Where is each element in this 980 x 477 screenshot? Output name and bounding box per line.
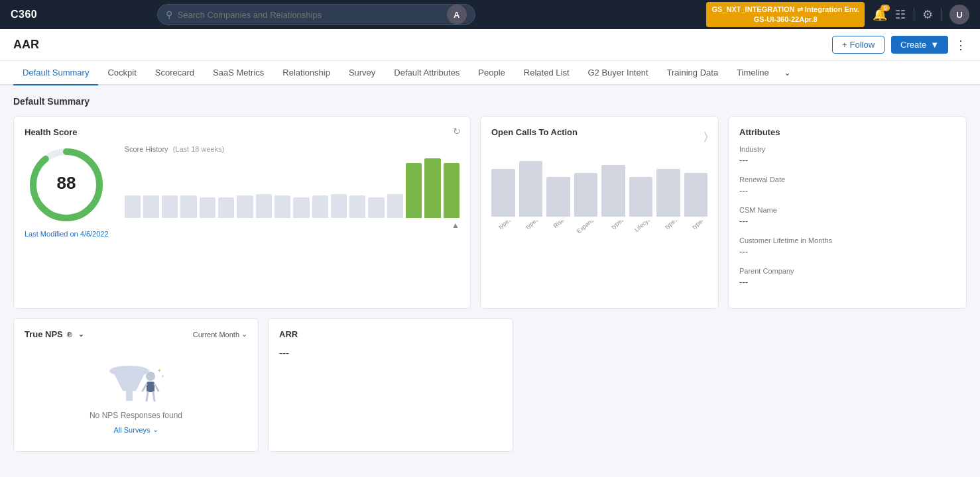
bar-3 [162,195,178,218]
env-top-label: GS_NXT_INTEGRATION ⇌ Integration Env. [711,5,859,15]
svg-text:✦: ✦ [157,368,162,374]
svg-rect-5 [126,391,133,401]
plus-icon: + [842,40,847,50]
main-grid: Health Score ↻ 88 Last Modified on 4/6/2… [13,116,967,309]
attr-value-parent: --- [739,277,955,287]
settings-icon[interactable]: ⚙ [922,7,933,22]
tabs-more-button[interactable]: ⌄ [778,61,796,84]
notification-badge: 9 [881,5,890,11]
svg-point-6 [146,372,155,381]
svg-text:✦: ✦ [161,374,164,378]
tab-timeline[interactable]: Timeline [727,61,778,85]
nps-empty-text: No NPS Responses found [90,411,182,420]
page-title: AAR [13,38,39,52]
svg-rect-7 [147,382,154,392]
bar-9 [275,195,290,218]
bar-14 [368,197,384,219]
search-bar[interactable]: ⚲ A [157,4,475,25]
nps-header: True NPS® ⌄ Current Month ⌄ [25,329,247,339]
tabs-bar: Default Summary Cockpit Scorecard SaaS M… [0,61,980,85]
calls-nav-right[interactable]: 〉 [704,131,707,142]
bar-16 [406,163,422,218]
page-content: Default Summary Health Score ↻ 88 Last M… [0,85,980,470]
header-actions: + Follow Create ▼ ⋮ [832,36,967,54]
tab-cockpit[interactable]: Cockpit [98,61,145,85]
bar-17 [424,158,440,218]
nav-icons: 🔔 9 ☷ ⚙ U [873,5,969,25]
app-logo: C360 [11,9,37,21]
nps-illustration: ✦ ✦ [103,358,169,411]
chart-triangle: ▲ [452,221,459,230]
env-badge: GS_NXT_INTEGRATION ⇌ Integration Env. GS… [706,2,865,28]
nps-chevron[interactable]: ⌄ [78,331,84,338]
search-input[interactable] [178,10,442,20]
bottom-grid: True NPS® ⌄ Current Month ⌄ [13,318,967,452]
tab-saas-metrics[interactable]: SaaS Metrics [204,61,273,85]
calls-bar-6 [629,177,653,217]
open-calls-title: Open Calls To Action [491,127,578,137]
tab-g2-buyer-intent[interactable]: G2 Buyer Intent [579,61,658,85]
attr-label-industry: Industry [739,145,955,153]
notifications-icon[interactable]: 🔔 9 [873,7,887,22]
attr-value-lifetime: --- [739,246,955,256]
bar-10 [293,197,309,219]
calls-bar-8 [684,173,708,217]
follow-button[interactable]: + Follow [832,36,885,54]
attr-value-renewal: --- [739,186,955,195]
svg-line-8 [143,384,147,391]
bar-18 [444,163,459,218]
chevron-down-icon: ▼ [930,40,939,50]
tab-scorecard[interactable]: Scorecard [146,61,204,85]
bar-2 [143,195,159,218]
tab-default-summary[interactable]: Default Summary [13,61,98,85]
attr-row-csm: CSM Name --- [739,206,955,226]
attr-label-parent: Parent Company [739,267,955,275]
tab-survey[interactable]: Survey [339,61,385,85]
bar-13 [349,195,365,218]
attr-value-industry: --- [739,155,955,165]
svg-line-9 [154,384,158,391]
bar-8 [256,194,272,218]
all-surveys-link[interactable]: All Surveys ⌄ [113,425,158,434]
health-score-inner: 88 Last Modified on 4/6/2022 Score Histo… [25,145,459,238]
section-title: Default Summary [13,96,967,107]
attr-row-renewal: Renewal Date --- [739,176,955,195]
grid-icon[interactable]: ☷ [895,7,906,22]
attr-value-csm: --- [739,216,955,226]
score-history-chart [125,158,459,218]
calls-bar-2 [519,161,543,217]
calls-bar-5 [601,165,625,217]
tab-people[interactable]: People [469,61,514,85]
bar-5 [200,197,215,219]
score-history-label: Score History (Last 18 weeks) [125,145,459,153]
tab-training-data[interactable]: Training Data [658,61,728,85]
nps-empty-state: ✦ ✦ No NPS Responses found All Surveys ⌄ [25,344,247,441]
health-score-card: Health Score ↻ 88 Last Modified on 4/6/2… [13,116,471,309]
nav-divider [914,8,914,21]
tab-default-attributes[interactable]: Default Attributes [385,61,469,85]
calls-bar-3 [546,177,570,217]
all-surveys-chevron: ⌄ [153,425,158,434]
open-calls-card: Open Calls To Action 〉 type1 type3 [480,116,719,309]
attr-row-industry: Industry --- [739,145,955,165]
nps-period[interactable]: Current Month ⌄ [193,330,247,339]
calls-bar-1 [491,169,515,217]
bar-15 [387,194,403,218]
tab-related-list[interactable]: Related List [515,61,579,85]
nav-divider-2 [941,8,942,21]
arr-value: --- [279,347,502,358]
tab-relationship[interactable]: Relationship [273,61,339,85]
last-modified-label: Last Modified on 4/6/2022 [25,230,109,238]
health-score-title: Health Score [25,127,459,137]
user-avatar[interactable]: U [949,5,969,25]
nps-title: True NPS® ⌄ [25,329,84,339]
more-options-button[interactable]: ⋮ [955,38,967,52]
bar-1 [125,195,141,218]
period-chevron: ⌄ [241,330,247,339]
refresh-icon[interactable]: ↻ [453,126,461,136]
attributes-title: Attributes [739,127,955,137]
svg-line-10 [147,392,148,401]
create-button[interactable]: Create ▼ [891,36,948,54]
user-avatar-search: A [447,5,467,25]
nps-card: True NPS® ⌄ Current Month ⌄ [13,318,259,452]
